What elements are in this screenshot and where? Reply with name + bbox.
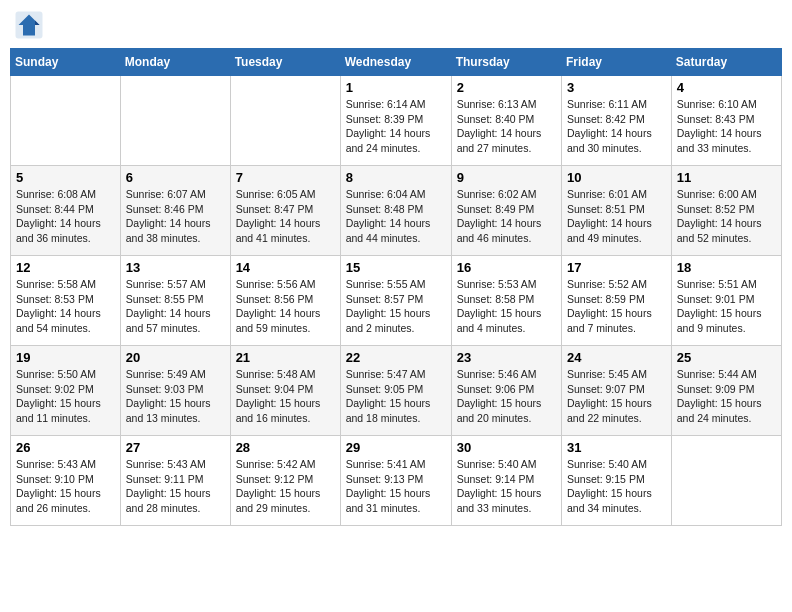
day-info: Sunrise: 6:01 AMSunset: 8:51 PMDaylight:… (567, 187, 666, 246)
day-info: Sunrise: 5:41 AMSunset: 9:13 PMDaylight:… (346, 457, 446, 516)
calendar-cell: 25Sunrise: 5:44 AMSunset: 9:09 PMDayligh… (671, 346, 781, 436)
day-number: 23 (457, 350, 556, 365)
calendar-week-row: 12Sunrise: 5:58 AMSunset: 8:53 PMDayligh… (11, 256, 782, 346)
calendar-cell: 20Sunrise: 5:49 AMSunset: 9:03 PMDayligh… (120, 346, 230, 436)
calendar-cell: 3Sunrise: 6:11 AMSunset: 8:42 PMDaylight… (562, 76, 672, 166)
calendar-cell (230, 76, 340, 166)
page-header (10, 10, 782, 40)
day-info: Sunrise: 6:08 AMSunset: 8:44 PMDaylight:… (16, 187, 115, 246)
calendar-cell: 21Sunrise: 5:48 AMSunset: 9:04 PMDayligh… (230, 346, 340, 436)
weekday-header-friday: Friday (562, 49, 672, 76)
calendar-week-row: 1Sunrise: 6:14 AMSunset: 8:39 PMDaylight… (11, 76, 782, 166)
calendar-cell: 1Sunrise: 6:14 AMSunset: 8:39 PMDaylight… (340, 76, 451, 166)
calendar-cell (671, 436, 781, 526)
day-info: Sunrise: 6:05 AMSunset: 8:47 PMDaylight:… (236, 187, 335, 246)
weekday-header-sunday: Sunday (11, 49, 121, 76)
calendar-cell: 4Sunrise: 6:10 AMSunset: 8:43 PMDaylight… (671, 76, 781, 166)
day-info: Sunrise: 5:53 AMSunset: 8:58 PMDaylight:… (457, 277, 556, 336)
calendar-cell: 31Sunrise: 5:40 AMSunset: 9:15 PMDayligh… (562, 436, 672, 526)
day-info: Sunrise: 6:14 AMSunset: 8:39 PMDaylight:… (346, 97, 446, 156)
day-number: 14 (236, 260, 335, 275)
calendar-cell: 9Sunrise: 6:02 AMSunset: 8:49 PMDaylight… (451, 166, 561, 256)
day-number: 29 (346, 440, 446, 455)
day-info: Sunrise: 5:47 AMSunset: 9:05 PMDaylight:… (346, 367, 446, 426)
calendar-cell: 27Sunrise: 5:43 AMSunset: 9:11 PMDayligh… (120, 436, 230, 526)
day-info: Sunrise: 6:07 AMSunset: 8:46 PMDaylight:… (126, 187, 225, 246)
day-number: 31 (567, 440, 666, 455)
calendar-cell: 23Sunrise: 5:46 AMSunset: 9:06 PMDayligh… (451, 346, 561, 436)
day-number: 12 (16, 260, 115, 275)
day-info: Sunrise: 6:11 AMSunset: 8:42 PMDaylight:… (567, 97, 666, 156)
day-number: 27 (126, 440, 225, 455)
day-number: 20 (126, 350, 225, 365)
calendar-cell: 17Sunrise: 5:52 AMSunset: 8:59 PMDayligh… (562, 256, 672, 346)
day-number: 3 (567, 80, 666, 95)
day-info: Sunrise: 6:00 AMSunset: 8:52 PMDaylight:… (677, 187, 776, 246)
calendar-cell: 29Sunrise: 5:41 AMSunset: 9:13 PMDayligh… (340, 436, 451, 526)
calendar-cell: 5Sunrise: 6:08 AMSunset: 8:44 PMDaylight… (11, 166, 121, 256)
calendar-cell: 2Sunrise: 6:13 AMSunset: 8:40 PMDaylight… (451, 76, 561, 166)
calendar-cell: 7Sunrise: 6:05 AMSunset: 8:47 PMDaylight… (230, 166, 340, 256)
day-number: 21 (236, 350, 335, 365)
day-info: Sunrise: 5:43 AMSunset: 9:10 PMDaylight:… (16, 457, 115, 516)
weekday-header-tuesday: Tuesday (230, 49, 340, 76)
day-info: Sunrise: 5:49 AMSunset: 9:03 PMDaylight:… (126, 367, 225, 426)
calendar-cell: 14Sunrise: 5:56 AMSunset: 8:56 PMDayligh… (230, 256, 340, 346)
day-info: Sunrise: 5:51 AMSunset: 9:01 PMDaylight:… (677, 277, 776, 336)
weekday-header-thursday: Thursday (451, 49, 561, 76)
calendar-cell (11, 76, 121, 166)
weekday-header-monday: Monday (120, 49, 230, 76)
day-info: Sunrise: 5:44 AMSunset: 9:09 PMDaylight:… (677, 367, 776, 426)
calendar-cell: 10Sunrise: 6:01 AMSunset: 8:51 PMDayligh… (562, 166, 672, 256)
day-info: Sunrise: 5:55 AMSunset: 8:57 PMDaylight:… (346, 277, 446, 336)
calendar-cell: 13Sunrise: 5:57 AMSunset: 8:55 PMDayligh… (120, 256, 230, 346)
day-number: 2 (457, 80, 556, 95)
day-info: Sunrise: 6:13 AMSunset: 8:40 PMDaylight:… (457, 97, 556, 156)
day-info: Sunrise: 5:52 AMSunset: 8:59 PMDaylight:… (567, 277, 666, 336)
calendar-header-row: SundayMondayTuesdayWednesdayThursdayFrid… (11, 49, 782, 76)
calendar-cell: 12Sunrise: 5:58 AMSunset: 8:53 PMDayligh… (11, 256, 121, 346)
day-info: Sunrise: 5:57 AMSunset: 8:55 PMDaylight:… (126, 277, 225, 336)
day-info: Sunrise: 5:48 AMSunset: 9:04 PMDaylight:… (236, 367, 335, 426)
day-number: 22 (346, 350, 446, 365)
day-number: 15 (346, 260, 446, 275)
day-number: 11 (677, 170, 776, 185)
day-number: 17 (567, 260, 666, 275)
logo (14, 10, 48, 40)
calendar-cell: 16Sunrise: 5:53 AMSunset: 8:58 PMDayligh… (451, 256, 561, 346)
weekday-header-wednesday: Wednesday (340, 49, 451, 76)
day-number: 4 (677, 80, 776, 95)
day-info: Sunrise: 6:04 AMSunset: 8:48 PMDaylight:… (346, 187, 446, 246)
day-number: 13 (126, 260, 225, 275)
day-info: Sunrise: 5:40 AMSunset: 9:14 PMDaylight:… (457, 457, 556, 516)
calendar-table: SundayMondayTuesdayWednesdayThursdayFrid… (10, 48, 782, 526)
day-number: 1 (346, 80, 446, 95)
day-number: 10 (567, 170, 666, 185)
weekday-header-saturday: Saturday (671, 49, 781, 76)
day-info: Sunrise: 6:02 AMSunset: 8:49 PMDaylight:… (457, 187, 556, 246)
day-number: 30 (457, 440, 556, 455)
day-number: 18 (677, 260, 776, 275)
day-number: 5 (16, 170, 115, 185)
day-number: 9 (457, 170, 556, 185)
calendar-cell: 18Sunrise: 5:51 AMSunset: 9:01 PMDayligh… (671, 256, 781, 346)
calendar-cell: 15Sunrise: 5:55 AMSunset: 8:57 PMDayligh… (340, 256, 451, 346)
calendar-cell: 22Sunrise: 5:47 AMSunset: 9:05 PMDayligh… (340, 346, 451, 436)
calendar-week-row: 26Sunrise: 5:43 AMSunset: 9:10 PMDayligh… (11, 436, 782, 526)
day-info: Sunrise: 5:40 AMSunset: 9:15 PMDaylight:… (567, 457, 666, 516)
day-info: Sunrise: 5:46 AMSunset: 9:06 PMDaylight:… (457, 367, 556, 426)
day-info: Sunrise: 6:10 AMSunset: 8:43 PMDaylight:… (677, 97, 776, 156)
day-info: Sunrise: 5:42 AMSunset: 9:12 PMDaylight:… (236, 457, 335, 516)
day-number: 8 (346, 170, 446, 185)
day-info: Sunrise: 5:50 AMSunset: 9:02 PMDaylight:… (16, 367, 115, 426)
day-info: Sunrise: 5:56 AMSunset: 8:56 PMDaylight:… (236, 277, 335, 336)
day-number: 6 (126, 170, 225, 185)
calendar-week-row: 5Sunrise: 6:08 AMSunset: 8:44 PMDaylight… (11, 166, 782, 256)
calendar-cell: 11Sunrise: 6:00 AMSunset: 8:52 PMDayligh… (671, 166, 781, 256)
logo-icon (14, 10, 44, 40)
day-number: 16 (457, 260, 556, 275)
calendar-cell: 6Sunrise: 6:07 AMSunset: 8:46 PMDaylight… (120, 166, 230, 256)
calendar-cell: 26Sunrise: 5:43 AMSunset: 9:10 PMDayligh… (11, 436, 121, 526)
day-number: 24 (567, 350, 666, 365)
calendar-cell: 24Sunrise: 5:45 AMSunset: 9:07 PMDayligh… (562, 346, 672, 436)
